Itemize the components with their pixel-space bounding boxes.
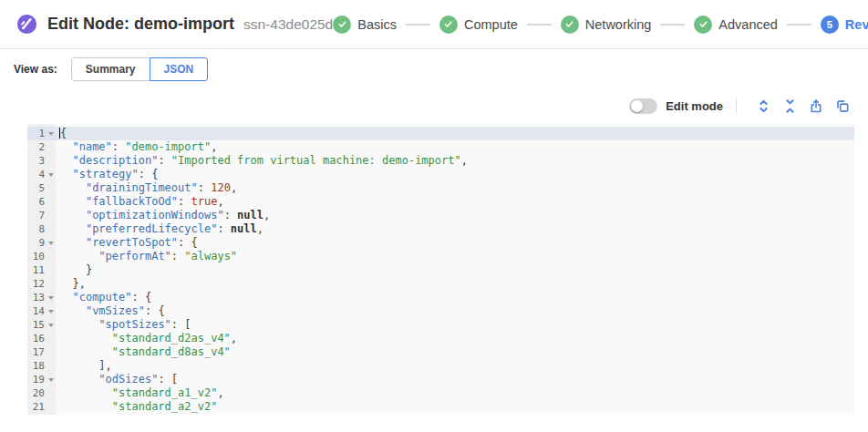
code-line[interactable]: "fallbackToOd": true, (56, 195, 854, 209)
line-number[interactable]: 4 (27, 168, 56, 181)
line-number[interactable]: 6 (27, 195, 56, 209)
code-token: "always" (184, 250, 237, 262)
line-number[interactable]: 1 (27, 127, 56, 140)
code-line[interactable]: "odSizes": [ (56, 373, 854, 386)
edit-mode-toggle[interactable] (629, 98, 657, 114)
code-line[interactable]: "standard_d8as_v4" (56, 345, 854, 359)
code-token: , (264, 209, 270, 221)
line-number[interactable]: 9 (27, 236, 56, 250)
line-number[interactable]: 16 (27, 332, 56, 345)
code-token: "optimizationWindows" (86, 209, 224, 221)
copy-icon[interactable] (832, 96, 853, 116)
stepper: BasicsComputeNetworkingAdvanced5Review (333, 15, 868, 34)
fold-caret-icon[interactable] (48, 378, 54, 382)
code-line[interactable]: "drainingTimeout": 120, (56, 181, 854, 195)
code-line[interactable]: "preferredLifecycle": null, (56, 222, 854, 236)
line-number[interactable]: 7 (27, 209, 56, 222)
code-line[interactable]: "vmSizes": { (56, 304, 854, 318)
collapse-icon[interactable] (779, 96, 801, 116)
code-token: "standard_a1_v2" (112, 386, 218, 399)
line-number[interactable]: 14 (27, 304, 56, 318)
expand-icon[interactable] (752, 96, 774, 116)
code-token: "standard_a2_v2" (112, 400, 218, 413)
step-connector (787, 24, 811, 26)
fold-caret-icon[interactable] (48, 132, 54, 136)
line-number[interactable]: 3 (27, 154, 56, 168)
step-compute[interactable]: Compute (439, 15, 518, 34)
step-networking[interactable]: Networking (561, 15, 652, 34)
line-number[interactable]: 13 (27, 291, 56, 304)
fold-caret-icon[interactable] (48, 296, 54, 300)
line-number[interactable]: 2 (27, 140, 56, 154)
code-token: null (237, 209, 264, 221)
fold-caret-icon[interactable] (48, 173, 54, 177)
line-number[interactable]: 8 (27, 222, 56, 236)
line-number[interactable]: 11 (27, 263, 56, 277)
editor-code-area[interactable]: { "name": "demo-import", "description": … (56, 124, 854, 415)
code-token: "performAt" (98, 250, 170, 262)
node-id: ssn-43de025d (243, 16, 333, 33)
export-icon[interactable] (805, 96, 827, 116)
code-token: : (158, 154, 170, 167)
code-token: , (231, 181, 237, 194)
json-code-editor[interactable]: 123456789101112131415161718192021 { "nam… (27, 124, 854, 415)
fold-caret-icon[interactable] (48, 242, 54, 245)
code-token (59, 318, 98, 331)
edit-node-page: Edit Node: demo-import ssn-43de025d Basi… (0, 0, 868, 432)
code-line[interactable]: "strategy": { (56, 168, 854, 181)
code-line[interactable]: ], (56, 359, 854, 373)
code-line[interactable]: "standard_a1_v2", (56, 386, 854, 400)
fold-caret-icon[interactable] (48, 324, 54, 327)
code-line[interactable]: "name": "demo-import", (56, 140, 854, 154)
step-connector (406, 24, 430, 26)
check-icon (333, 15, 351, 34)
code-token: ], (98, 359, 111, 372)
code-line[interactable]: } (56, 263, 854, 277)
code-token: "strategy" (72, 168, 138, 180)
step-advanced[interactable]: Advanced (694, 15, 778, 34)
line-number[interactable]: 10 (27, 250, 56, 263)
code-token: : (178, 195, 191, 208)
code-line[interactable]: { (56, 127, 854, 140)
code-token: "standard_d2as_v4" (112, 332, 231, 345)
check-icon (439, 15, 458, 34)
code-token (59, 140, 72, 153)
code-line[interactable]: "compute": { (56, 291, 854, 304)
code-token (59, 277, 72, 290)
edit-mode-label: Edit mode (666, 99, 723, 113)
code-line[interactable]: "revertToSpot": { (56, 236, 854, 250)
code-token: : (198, 181, 211, 194)
code-token (59, 222, 86, 235)
line-number[interactable]: 17 (27, 345, 56, 359)
line-number[interactable]: 19 (27, 373, 56, 386)
code-token: "revertToSpot" (86, 236, 178, 249)
step-review[interactable]: 5Review (821, 15, 868, 34)
step-connector (660, 24, 685, 26)
code-token: : { (145, 304, 165, 317)
view-as-json-button[interactable]: JSON (150, 57, 209, 81)
code-token (59, 332, 112, 345)
code-line[interactable]: "spotSizes": [ (56, 318, 854, 332)
line-number[interactable]: 15 (27, 318, 56, 332)
code-token: : (217, 222, 230, 235)
code-line[interactable]: "standard_a2_v2" (56, 400, 854, 414)
toolbar-divider (736, 98, 737, 114)
view-as-segmented-control: SummaryJSON (71, 57, 208, 81)
fold-caret-icon[interactable] (48, 310, 54, 314)
step-number: 5 (821, 15, 839, 34)
line-number[interactable]: 18 (27, 359, 56, 373)
code-token: "drainingTimeout" (86, 181, 198, 194)
step-basics[interactable]: Basics (333, 15, 397, 34)
view-as-summary-button[interactable]: Summary (71, 57, 150, 81)
line-number[interactable]: 20 (27, 386, 56, 400)
code-line[interactable]: "standard_d2as_v4", (56, 332, 854, 345)
code-line[interactable]: "performAt": "always" (56, 250, 854, 263)
code-line[interactable]: "description": "Imported from virtual ma… (56, 154, 854, 168)
line-number[interactable]: 21 (27, 400, 56, 414)
line-number[interactable]: 12 (27, 277, 56, 291)
line-number[interactable]: 5 (27, 181, 56, 195)
code-line[interactable]: }, (56, 277, 854, 291)
code-line[interactable]: "optimizationWindows": null, (56, 209, 854, 222)
page-header: Edit Node: demo-import ssn-43de025d Basi… (0, 0, 868, 49)
code-token: "demo-import" (125, 140, 211, 153)
